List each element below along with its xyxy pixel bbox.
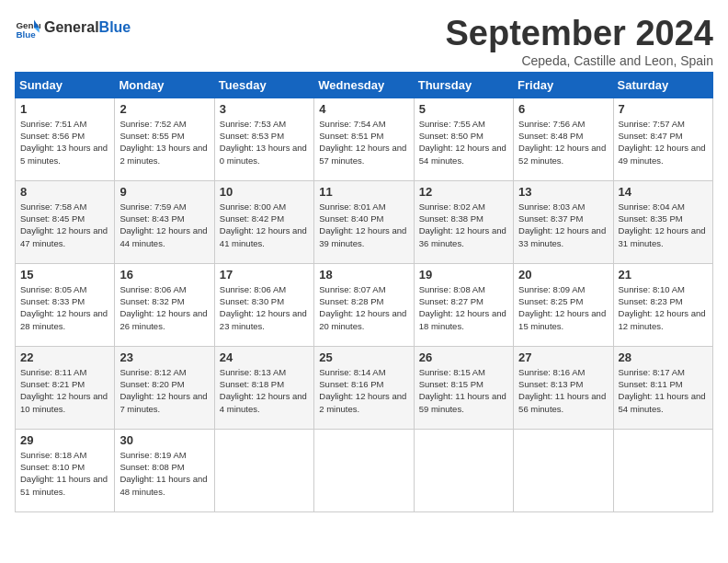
day-info: Sunrise: 8:06 AMSunset: 8:32 PMDaylight:… [119,283,209,332]
col-thursday: Thursday [414,72,513,98]
day-cell-1-5: 13 Sunrise: 8:03 AMSunset: 8:37 PMDaylig… [514,180,613,263]
day-info: Sunrise: 7:51 AMSunset: 8:56 PMDaylight:… [20,118,109,167]
day-cell-2-1: 16 Sunrise: 8:06 AMSunset: 8:32 PMDaylig… [115,263,214,346]
day-number: 27 [518,350,608,364]
week-row-4: 29 Sunrise: 8:18 AMSunset: 8:10 PMDaylig… [16,429,713,511]
day-number: 12 [419,185,508,199]
week-row-2: 15 Sunrise: 8:05 AMSunset: 8:33 PMDaylig… [16,263,713,346]
day-cell-3-5: 27 Sunrise: 8:16 AMSunset: 8:13 PMDaylig… [514,346,613,429]
day-cell-2-6: 21 Sunrise: 8:10 AMSunset: 8:23 PMDaylig… [613,263,712,346]
day-cell-3-6: 28 Sunrise: 8:17 AMSunset: 8:11 PMDaylig… [613,346,712,429]
day-cell-1-2: 10 Sunrise: 8:00 AMSunset: 8:42 PMDaylig… [214,180,313,263]
day-number: 18 [319,268,408,282]
logo-icon: General Blue [15,15,40,40]
day-cell-3-0: 22 Sunrise: 8:11 AMSunset: 8:21 PMDaylig… [16,346,115,429]
day-info: Sunrise: 8:01 AMSunset: 8:40 PMDaylight:… [319,201,408,249]
day-cell-0-0: 1 Sunrise: 7:51 AMSunset: 8:56 PMDayligh… [16,98,115,180]
day-number: 14 [619,185,708,199]
day-info: Sunrise: 7:59 AMSunset: 8:43 PMDaylight:… [119,201,209,249]
day-cell-1-0: 8 Sunrise: 7:58 AMSunset: 8:45 PMDayligh… [16,180,115,263]
day-info: Sunrise: 8:09 AMSunset: 8:25 PMDaylight:… [518,283,608,332]
day-cell-2-3: 18 Sunrise: 8:07 AMSunset: 8:28 PMDaylig… [314,263,414,346]
col-wednesday: Wednesday [314,72,414,98]
col-sunday: Sunday [16,72,115,98]
day-info: Sunrise: 7:58 AMSunset: 8:45 PMDaylight:… [20,201,109,249]
day-info: Sunrise: 7:55 AMSunset: 8:50 PMDaylight:… [419,118,508,167]
day-cell-4-1: 30 Sunrise: 8:19 AMSunset: 8:08 PMDaylig… [115,429,214,511]
day-number: 17 [220,268,309,282]
day-number: 13 [518,185,608,199]
logo-general-text: General [44,19,99,36]
day-cell-3-1: 23 Sunrise: 8:12 AMSunset: 8:20 PMDaylig… [115,346,214,429]
day-number: 5 [419,102,508,116]
day-number: 9 [119,185,209,199]
day-cell-4-5 [514,429,613,511]
day-info: Sunrise: 7:53 AMSunset: 8:53 PMDaylight:… [220,118,309,167]
day-info: Sunrise: 8:19 AMSunset: 8:08 PMDaylight:… [119,449,209,498]
day-cell-0-1: 2 Sunrise: 7:52 AMSunset: 8:55 PMDayligh… [115,98,214,180]
day-cell-2-0: 15 Sunrise: 8:05 AMSunset: 8:33 PMDaylig… [16,263,115,346]
day-info: Sunrise: 8:04 AMSunset: 8:35 PMDaylight:… [619,201,708,249]
location-text: Cepeda, Castille and Leon, Spain [446,53,714,68]
svg-text:Blue: Blue [16,29,36,40]
day-number: 19 [419,268,508,282]
day-number: 3 [220,102,309,116]
day-info: Sunrise: 8:10 AMSunset: 8:23 PMDaylight:… [619,283,708,332]
day-info: Sunrise: 8:07 AMSunset: 8:28 PMDaylight:… [319,283,408,332]
day-cell-2-2: 17 Sunrise: 8:06 AMSunset: 8:30 PMDaylig… [214,263,313,346]
calendar-header-row: Sunday Monday Tuesday Wednesday Thursday… [16,72,713,98]
col-friday: Friday [514,72,613,98]
day-cell-3-2: 24 Sunrise: 8:13 AMSunset: 8:18 PMDaylig… [214,346,313,429]
day-info: Sunrise: 8:18 AMSunset: 8:10 PMDaylight:… [20,449,109,498]
col-tuesday: Tuesday [214,72,313,98]
day-number: 1 [20,102,109,116]
day-info: Sunrise: 8:12 AMSunset: 8:20 PMDaylight:… [119,366,209,415]
day-number: 4 [319,102,408,116]
day-info: Sunrise: 8:15 AMSunset: 8:15 PMDaylight:… [419,366,508,415]
week-row-3: 22 Sunrise: 8:11 AMSunset: 8:21 PMDaylig… [16,346,713,429]
day-number: 26 [419,350,508,364]
day-cell-1-1: 9 Sunrise: 7:59 AMSunset: 8:43 PMDayligh… [115,180,214,263]
day-number: 21 [619,268,708,282]
day-number: 22 [20,350,109,364]
day-cell-2-4: 19 Sunrise: 8:08 AMSunset: 8:27 PMDaylig… [414,263,513,346]
day-number: 10 [220,185,309,199]
page-header: General Blue GeneralBlue September 2024 … [15,15,713,68]
month-title: September 2024 [446,15,714,53]
week-row-1: 8 Sunrise: 7:58 AMSunset: 8:45 PMDayligh… [16,180,713,263]
day-cell-1-4: 12 Sunrise: 8:02 AMSunset: 8:38 PMDaylig… [414,180,513,263]
day-cell-3-3: 25 Sunrise: 8:14 AMSunset: 8:16 PMDaylig… [314,346,414,429]
day-info: Sunrise: 7:56 AMSunset: 8:48 PMDaylight:… [518,118,608,167]
day-info: Sunrise: 8:05 AMSunset: 8:33 PMDaylight:… [20,283,109,332]
day-number: 15 [20,268,109,282]
day-number: 7 [619,102,708,116]
day-number: 8 [20,185,109,199]
day-cell-0-4: 5 Sunrise: 7:55 AMSunset: 8:50 PMDayligh… [414,98,513,180]
day-info: Sunrise: 8:17 AMSunset: 8:11 PMDaylight:… [619,366,708,415]
logo: General Blue GeneralBlue [15,15,131,40]
day-number: 28 [619,350,708,364]
day-info: Sunrise: 8:02 AMSunset: 8:38 PMDaylight:… [419,201,508,249]
day-cell-2-5: 20 Sunrise: 8:09 AMSunset: 8:25 PMDaylig… [514,263,613,346]
day-cell-1-6: 14 Sunrise: 8:04 AMSunset: 8:35 PMDaylig… [613,180,712,263]
day-info: Sunrise: 7:54 AMSunset: 8:51 PMDaylight:… [319,118,408,167]
calendar-table: Sunday Monday Tuesday Wednesday Thursday… [15,72,713,512]
day-number: 29 [20,433,109,447]
day-info: Sunrise: 8:11 AMSunset: 8:21 PMDaylight:… [20,366,109,415]
day-number: 25 [319,350,408,364]
day-cell-4-0: 29 Sunrise: 8:18 AMSunset: 8:10 PMDaylig… [16,429,115,511]
day-info: Sunrise: 8:06 AMSunset: 8:30 PMDaylight:… [220,283,309,332]
day-cell-4-2 [214,429,313,511]
day-cell-4-3 [314,429,414,511]
day-cell-1-3: 11 Sunrise: 8:01 AMSunset: 8:40 PMDaylig… [314,180,414,263]
day-info: Sunrise: 8:03 AMSunset: 8:37 PMDaylight:… [518,201,608,249]
title-block: September 2024 Cepeda, Castille and Leon… [446,15,714,68]
day-info: Sunrise: 8:13 AMSunset: 8:18 PMDaylight:… [220,366,309,415]
day-number: 30 [119,433,209,447]
day-info: Sunrise: 8:16 AMSunset: 8:13 PMDaylight:… [518,366,608,415]
day-number: 23 [119,350,209,364]
col-saturday: Saturday [613,72,712,98]
day-number: 2 [119,102,209,116]
logo-blue-text: Blue [99,19,131,36]
day-cell-4-4 [414,429,513,511]
